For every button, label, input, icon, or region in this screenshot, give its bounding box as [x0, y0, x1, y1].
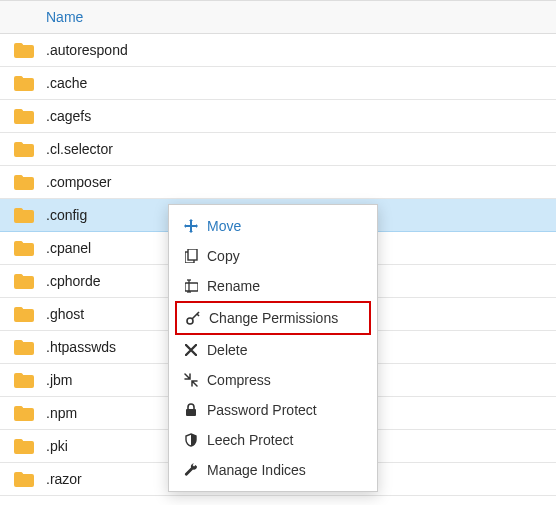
file-name: .cache [46, 75, 87, 91]
svg-rect-2 [185, 283, 198, 291]
folder-icon [14, 438, 34, 454]
folder-icon [14, 339, 34, 355]
folder-icon [14, 108, 34, 124]
file-name: .config [46, 207, 87, 223]
table-row[interactable]: .cl.selector [0, 133, 556, 166]
folder-icon [14, 141, 34, 157]
folder-icon [14, 75, 34, 91]
table-header-row[interactable]: Name [0, 1, 556, 34]
menu-item-compress[interactable]: Compress [169, 365, 377, 395]
menu-item-delete[interactable]: Delete [169, 335, 377, 365]
file-name: .ghost [46, 306, 84, 322]
file-name: .composer [46, 174, 111, 190]
folder-icon [14, 42, 34, 58]
file-name: .htpasswds [46, 339, 116, 355]
folder-icon [14, 306, 34, 322]
table-row[interactable]: .autorespond [0, 34, 556, 67]
file-name: .jbm [46, 372, 72, 388]
file-name: .razor [46, 471, 82, 487]
menu-label: Move [207, 216, 241, 236]
menu-item-move[interactable]: Move [169, 211, 377, 241]
column-header-name[interactable]: Name [46, 9, 83, 25]
menu-item-copy[interactable]: Copy [169, 241, 377, 271]
menu-label: Password Protect [207, 400, 317, 420]
table-row[interactable]: .composer [0, 166, 556, 199]
svg-line-8 [197, 314, 199, 316]
folder-icon [14, 240, 34, 256]
close-icon [183, 342, 199, 358]
menu-item-manage-indices[interactable]: Manage Indices [169, 455, 377, 485]
table-row[interactable]: .cagefs [0, 100, 556, 133]
menu-label: Compress [207, 370, 271, 390]
move-icon [183, 218, 199, 234]
lock-icon [183, 402, 199, 418]
folder-icon [14, 273, 34, 289]
context-menu: Move Copy Rename Change Permissions Dele… [168, 204, 378, 492]
svg-rect-9 [186, 409, 196, 416]
menu-item-change-permissions[interactable]: Change Permissions [175, 301, 371, 335]
file-name: .cphorde [46, 273, 100, 289]
copy-icon [183, 248, 199, 264]
menu-item-password-protect[interactable]: Password Protect [169, 395, 377, 425]
svg-rect-1 [188, 249, 197, 260]
table-row[interactable]: .cache [0, 67, 556, 100]
menu-label: Copy [207, 246, 240, 266]
compress-icon [183, 372, 199, 388]
menu-label: Delete [207, 340, 247, 360]
menu-item-leech-protect[interactable]: Leech Protect [169, 425, 377, 455]
menu-label: Leech Protect [207, 430, 293, 450]
rename-icon [183, 278, 199, 294]
file-name: .autorespond [46, 42, 128, 58]
menu-label: Manage Indices [207, 460, 306, 480]
file-name: .pki [46, 438, 68, 454]
menu-label: Rename [207, 276, 260, 296]
file-name: .npm [46, 405, 77, 421]
file-name: .cpanel [46, 240, 91, 256]
folder-icon [14, 471, 34, 487]
folder-icon [14, 174, 34, 190]
menu-label: Change Permissions [209, 308, 338, 328]
shield-icon [183, 432, 199, 448]
wrench-icon [183, 462, 199, 478]
folder-icon [14, 207, 34, 223]
folder-icon [14, 405, 34, 421]
key-icon [185, 310, 201, 326]
folder-icon [14, 372, 34, 388]
file-name: .cagefs [46, 108, 91, 124]
menu-item-rename[interactable]: Rename [169, 271, 377, 301]
file-name: .cl.selector [46, 141, 113, 157]
table-row[interactable]: .sitepad [0, 496, 556, 506]
